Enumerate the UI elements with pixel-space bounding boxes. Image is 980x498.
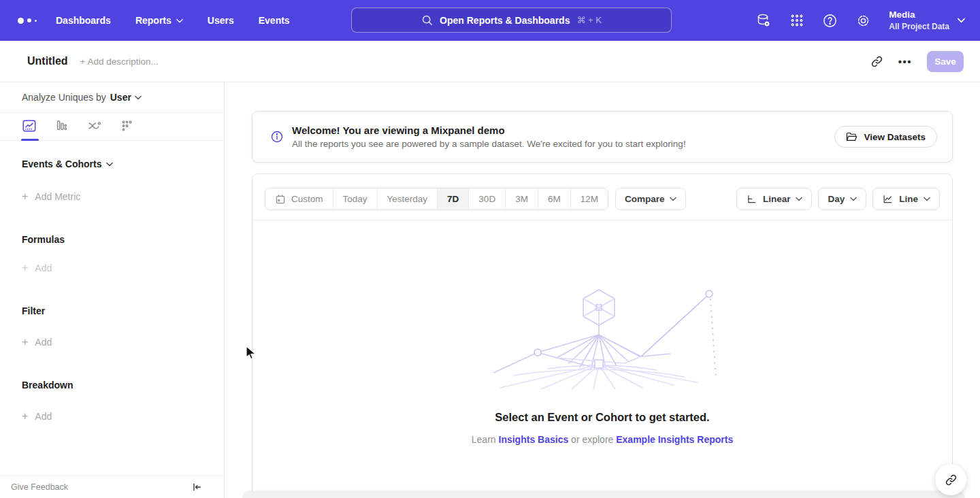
apps-grid-icon[interactable] [789,13,804,28]
date-range-12m[interactable]: 12M [570,188,608,210]
project-switcher[interactable]: Media All Project Data [889,9,965,32]
copy-link-icon[interactable] [870,55,883,68]
plus-icon: + [22,336,28,348]
nav-menu: Dashboards Reports Users Events [56,15,290,26]
nav-item-events[interactable]: Events [259,15,290,26]
logo-dot [35,20,37,22]
date-range-today[interactable]: Today [333,188,377,210]
analyze-uniques-row: Analyze Uniques by User [0,82,224,113]
plus-icon: + [22,262,28,274]
add-filter-label: Add [35,337,52,348]
add-filter-button[interactable]: + Add [22,336,202,348]
interval-label: Day [828,194,845,204]
tab-linear-chart[interactable] [22,113,37,141]
insights-basics-link[interactable]: Insights Basics [499,434,569,445]
give-feedback-link[interactable]: Give Feedback [11,482,68,492]
search-icon [421,14,433,26]
date-range-30d[interactable]: 30D [468,188,505,210]
help-icon[interactable] [822,13,838,29]
date-range-7d[interactable]: 7D [437,188,468,210]
nav-item-reports[interactable]: Reports [135,15,183,26]
add-metric-button[interactable]: + Add Metric [22,190,202,203]
settings-gear-icon[interactable] [855,13,871,29]
formulas-title: Formulas [22,234,65,245]
nav-item-users[interactable]: Users [208,15,234,26]
logo-dot [18,18,24,24]
global-search-bar[interactable]: Open Reports & Dashboards ⌘ + K [351,7,672,33]
sidebar-footer: Give Feedback [0,476,224,498]
collapse-sidebar-icon[interactable] [191,482,202,493]
analyze-label: Analyze Uniques by [22,92,106,103]
date-range-label: Yesterday [387,194,428,204]
report-header-bar: Untitled + Add description... ••• Save [0,41,980,82]
project-name: Media [889,9,949,21]
interval-dropdown[interactable]: Day [818,188,866,210]
breakdown-title: Breakdown [22,380,73,391]
plus-icon: + [22,190,28,203]
add-formula-button[interactable]: + Add [22,262,202,274]
share-link-fab[interactable] [935,464,966,495]
tab-bar-chart[interactable] [54,113,69,141]
chart-type-label: Line [899,194,918,204]
metric-type-tabs [0,113,224,141]
view-datasets-button[interactable]: View Datasets [834,126,937,148]
learn-prefix-text: Learn [472,434,499,445]
analyze-value: User [110,92,131,103]
nav-item-label: Dashboards [56,15,111,26]
search-placeholder: Open Reports & Dashboards [440,15,570,26]
date-range-label: 6M [548,194,561,204]
add-description-field[interactable]: + Add description... [80,56,159,67]
formulas-header: Formulas [22,234,202,245]
filter-header: Filter [22,305,202,316]
date-range-yesterday[interactable]: Yesterday [377,188,438,210]
nav-item-dashboards[interactable]: Dashboards [56,15,111,26]
more-options-icon[interactable]: ••• [898,56,912,67]
scale-label: Linear [763,194,791,204]
linear-axes-icon [746,194,757,205]
report-details-sheet-peek[interactable] [242,491,965,498]
tab-flow[interactable] [87,113,102,141]
chevron-down-icon [135,95,142,100]
top-nav: Dashboards Reports Users Events Open Rep… [0,0,980,41]
calendar-icon [275,194,286,205]
date-range-3m[interactable]: 3M [505,188,538,210]
mixpanel-logo[interactable] [18,18,45,24]
chevron-down-icon [670,197,676,201]
example-insights-reports-link[interactable]: Example Insights Reports [616,434,733,445]
insights-report-card: Custom Today Yesterday 7D 30D 3M 6M 12M … [252,173,953,498]
analyze-by-dropdown[interactable]: User [110,92,142,103]
date-range-custom[interactable]: Custom [265,188,333,210]
compare-dropdown[interactable]: Compare [615,188,687,210]
info-icon [270,130,284,144]
compare-label: Compare [625,194,665,204]
empty-state-illustration [473,286,732,389]
date-range-label: 30D [478,194,495,204]
breakdown-header: Breakdown [22,380,202,391]
add-breakdown-button[interactable]: + Add [22,410,202,422]
report-toolbar: Custom Today Yesterday 7D 30D 3M 6M 12M … [252,174,952,220]
data-management-icon[interactable] [755,12,772,29]
chart-type-dropdown[interactable]: Line [872,188,940,210]
search-shortcut: ⌘ + K [576,15,602,25]
date-range-segmented-control: Custom Today Yesterday 7D 30D 3M 6M 12M [265,188,608,210]
save-button[interactable]: Save [927,51,964,72]
date-range-label: Custom [291,194,323,204]
tab-retention-grid[interactable] [120,113,135,141]
date-range-6m[interactable]: 6M [538,188,570,210]
empty-state-title: Select an Event or Cohort to get started… [495,411,709,424]
query-builder-sidebar: Analyze Uniques by User [0,82,225,498]
chevron-down-icon [106,162,113,167]
report-title[interactable]: Untitled [27,55,68,67]
date-range-label: 7D [447,194,459,204]
date-range-label: 3M [515,194,528,204]
empty-state-subtitle: Learn Insights Basics or explore Example… [472,434,733,445]
plus-icon: + [22,410,28,422]
chevron-down-icon [924,197,930,201]
add-metric-label: Add Metric [35,191,80,202]
add-formula-label: Add [35,263,52,273]
events-cohorts-title: Events & Cohorts [22,159,101,169]
events-cohorts-header[interactable]: Events & Cohorts [22,159,202,169]
scale-dropdown[interactable]: Linear [736,188,813,210]
date-range-label: 12M [581,194,598,204]
add-breakdown-label: Add [35,411,52,422]
